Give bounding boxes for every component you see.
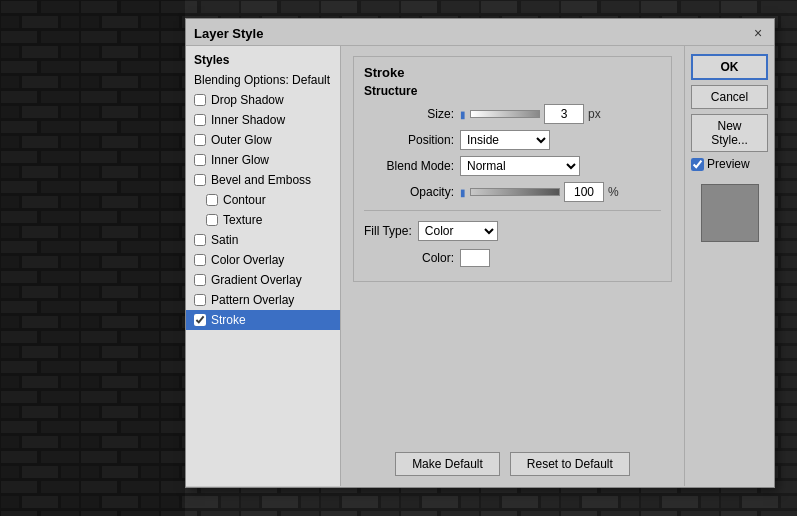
color-swatch[interactable] xyxy=(460,249,490,267)
inner-shadow-checkbox[interactable] xyxy=(194,114,206,126)
texture-checkbox[interactable] xyxy=(206,214,218,226)
texture-label: Texture xyxy=(223,213,262,227)
sidebar-title: Styles xyxy=(186,50,340,70)
outer-glow-checkbox[interactable] xyxy=(194,134,206,146)
opacity-unit: % xyxy=(608,185,619,199)
opacity-slider[interactable] xyxy=(470,188,560,196)
contour-label: Contour xyxy=(223,193,266,207)
size-input[interactable] xyxy=(544,104,584,124)
blend-mode-row: Blend Mode: Normal Dissolve Darken Multi… xyxy=(364,156,661,176)
drop-shadow-label: Drop Shadow xyxy=(211,93,284,107)
size-label: Size: xyxy=(364,107,454,121)
blend-mode-select[interactable]: Normal Dissolve Darken Multiply xyxy=(460,156,580,176)
sidebar-item-satin[interactable]: Satin xyxy=(186,230,340,250)
stroke-section: Stroke Structure Size: ▮ px Position: xyxy=(353,56,672,282)
size-unit: px xyxy=(588,107,601,121)
contour-checkbox[interactable] xyxy=(206,194,218,206)
stroke-label: Stroke xyxy=(211,313,246,327)
size-slider-icon: ▮ xyxy=(460,109,466,120)
sidebar-item-pattern-overlay[interactable]: Pattern Overlay xyxy=(186,290,340,310)
structure-subheader: Structure xyxy=(364,84,661,98)
sidebar-item-drop-shadow[interactable]: Drop Shadow xyxy=(186,90,340,110)
size-slider[interactable] xyxy=(470,110,540,118)
drop-shadow-checkbox[interactable] xyxy=(194,94,206,106)
color-label: Color: xyxy=(364,251,454,265)
pattern-overlay-checkbox[interactable] xyxy=(194,294,206,306)
satin-label: Satin xyxy=(211,233,238,247)
opacity-label: Opacity: xyxy=(364,185,454,199)
position-select[interactable]: Inside Outside Center xyxy=(460,130,550,150)
dialog-body: Styles Blending Options: Default Drop Sh… xyxy=(186,46,774,486)
color-overlay-label: Color Overlay xyxy=(211,253,284,267)
sidebar-item-inner-glow[interactable]: Inner Glow xyxy=(186,150,340,170)
size-row: Size: ▮ px xyxy=(364,104,661,124)
bevel-emboss-label: Bevel and Emboss xyxy=(211,173,311,187)
sidebar-item-bevel-emboss[interactable]: Bevel and Emboss xyxy=(186,170,340,190)
satin-checkbox[interactable] xyxy=(194,234,206,246)
fill-type-label: Fill Type: xyxy=(364,224,412,238)
new-style-button[interactable]: New Style... xyxy=(691,114,768,152)
blending-options-label: Blending Options: Default xyxy=(194,73,330,87)
layer-style-dialog: Layer Style × Styles Blending Options: D… xyxy=(185,18,775,488)
divider xyxy=(364,210,661,211)
close-button[interactable]: × xyxy=(750,25,766,41)
bevel-emboss-checkbox[interactable] xyxy=(194,174,206,186)
opacity-row: Opacity: ▮ % xyxy=(364,182,661,202)
main-content: Stroke Structure Size: ▮ px Position: xyxy=(341,46,684,486)
opacity-input[interactable] xyxy=(564,182,604,202)
color-overlay-checkbox[interactable] xyxy=(194,254,206,266)
gradient-overlay-checkbox[interactable] xyxy=(194,274,206,286)
pattern-overlay-label: Pattern Overlay xyxy=(211,293,294,307)
color-row: Color: xyxy=(364,249,661,267)
make-default-button[interactable]: Make Default xyxy=(395,452,500,476)
sidebar-item-blending[interactable]: Blending Options: Default xyxy=(186,70,340,90)
stroke-section-header: Stroke xyxy=(364,65,661,80)
title-bar: Layer Style × xyxy=(186,19,774,46)
position-row: Position: Inside Outside Center xyxy=(364,130,661,150)
sidebar-item-stroke[interactable]: Stroke xyxy=(186,310,340,330)
sidebar-item-contour[interactable]: Contour xyxy=(186,190,340,210)
ok-button[interactable]: OK xyxy=(691,54,768,80)
stroke-checkbox[interactable] xyxy=(194,314,206,326)
opacity-slider-icon: ▮ xyxy=(460,187,466,198)
reset-default-button[interactable]: Reset to Default xyxy=(510,452,630,476)
sidebar-item-outer-glow[interactable]: Outer Glow xyxy=(186,130,340,150)
sidebar: Styles Blending Options: Default Drop Sh… xyxy=(186,46,341,486)
sidebar-item-texture[interactable]: Texture xyxy=(186,210,340,230)
sidebar-item-color-overlay[interactable]: Color Overlay xyxy=(186,250,340,270)
opacity-control-group: ▮ % xyxy=(460,182,619,202)
sidebar-item-inner-shadow[interactable]: Inner Shadow xyxy=(186,110,340,130)
fill-type-row: Fill Type: Color Gradient Pattern xyxy=(364,221,661,241)
sidebar-item-gradient-overlay[interactable]: Gradient Overlay xyxy=(186,270,340,290)
preview-swatch xyxy=(701,184,759,242)
cancel-button[interactable]: Cancel xyxy=(691,85,768,109)
position-label: Position: xyxy=(364,133,454,147)
fill-type-select[interactable]: Color Gradient Pattern xyxy=(418,221,498,241)
inner-glow-label: Inner Glow xyxy=(211,153,269,167)
preview-label-text: Preview xyxy=(707,157,750,171)
blend-mode-label: Blend Mode: xyxy=(364,159,454,173)
preview-checkbox[interactable] xyxy=(691,158,704,171)
gradient-overlay-label: Gradient Overlay xyxy=(211,273,302,287)
right-panel: OK Cancel New Style... Preview xyxy=(684,46,774,486)
inner-shadow-label: Inner Shadow xyxy=(211,113,285,127)
svg-rect-7 xyxy=(0,0,185,516)
inner-glow-checkbox[interactable] xyxy=(194,154,206,166)
dialog-title: Layer Style xyxy=(194,26,263,41)
bottom-buttons: Make Default Reset to Default xyxy=(351,452,674,476)
size-control-group: ▮ px xyxy=(460,104,601,124)
outer-glow-label: Outer Glow xyxy=(211,133,272,147)
preview-row: Preview xyxy=(691,157,768,171)
